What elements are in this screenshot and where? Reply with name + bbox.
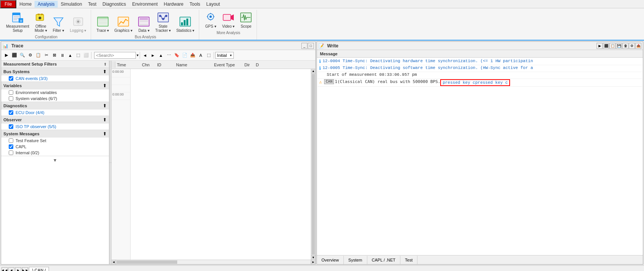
ecu-door-checkbox[interactable] xyxy=(9,110,13,115)
menu-diagnostics[interactable]: Diagnostics xyxy=(99,1,129,8)
ribbon-btn-measurement-setup[interactable]: ⚙ MeasurementSetup xyxy=(4,10,31,34)
diagnostics-header[interactable]: Diagnostics ⬆ xyxy=(1,102,109,110)
nav-prev-btn[interactable]: ◄ xyxy=(8,267,14,271)
env-vars-label[interactable]: Environment variables xyxy=(16,90,57,95)
write-tab-system[interactable]: System xyxy=(344,255,367,264)
ribbon-btn-graphics[interactable]: Graphics xyxy=(112,14,135,34)
hscroll-thumb[interactable] xyxy=(117,260,177,264)
tb-nav-more[interactable]: ⋯ xyxy=(165,52,173,59)
write-save-btn[interactable]: 💾 xyxy=(616,43,622,49)
ribbon-btn-logging[interactable]: Logging xyxy=(68,14,88,34)
menu-environment[interactable]: Environment xyxy=(129,1,161,8)
nav-first-btn[interactable]: ◄◄ xyxy=(2,267,8,271)
tb-nav-back[interactable]: ◄ xyxy=(141,52,149,59)
tb-export[interactable]: 📤 xyxy=(189,52,197,59)
tb-btn-4[interactable]: ⚙ xyxy=(27,52,34,59)
svg-point-29 xyxy=(162,18,164,20)
write-export-btn[interactable]: 📤 xyxy=(635,43,641,49)
write-clear-btn[interactable]: 🗑 xyxy=(622,43,628,49)
tb-btn-11[interactable]: ⬜ xyxy=(82,52,90,59)
svg-rect-20 xyxy=(98,17,108,19)
ribbon-btn-state-tracker[interactable]: StateTracker xyxy=(153,10,173,34)
menu-hardware[interactable]: Hardware xyxy=(161,1,187,8)
trace-search-input[interactable] xyxy=(94,52,136,59)
ribbon-btn-scope[interactable]: Scope xyxy=(238,10,254,30)
vscroll-down-btn[interactable]: ▼ xyxy=(311,255,315,260)
menu-test[interactable]: Test xyxy=(85,1,99,8)
iso-tp-label[interactable]: ISO TP observer (5/5) xyxy=(16,124,56,129)
menu-tools[interactable]: Tools xyxy=(187,1,203,8)
sidebar-scroll-down[interactable]: ▼ xyxy=(1,156,109,164)
initial-dropdown[interactable]: Initial xyxy=(215,52,234,59)
write-settings-btn[interactable]: ⚙ xyxy=(629,43,635,49)
file-menu-button[interactable]: File xyxy=(0,0,16,8)
observer-header[interactable]: Observer ⬆ xyxy=(1,116,109,124)
bus-systems-header[interactable]: Bus Systems ⬆ xyxy=(1,68,109,75)
ribbon-btn-trace[interactable]: Trace xyxy=(94,14,111,34)
ribbon-btn-offline-mode[interactable]: ◉ OfflineMode xyxy=(32,10,49,34)
iso-tp-checkbox[interactable] xyxy=(9,124,13,129)
ecu-door-label[interactable]: ECU Door (4/4) xyxy=(16,110,44,115)
capl-checkbox[interactable] xyxy=(9,144,13,149)
sidebar-header[interactable]: Measurement Setup Filters ⬆ xyxy=(1,61,109,68)
ribbon-btn-statistics[interactable]: Statistics xyxy=(174,14,197,34)
write-stop-btn[interactable]: ⬛ xyxy=(603,43,609,49)
ribbon-btn-filter[interactable]: Filter xyxy=(50,14,67,34)
trace-maximize-button[interactable]: □ xyxy=(308,43,314,49)
write-tab-overview[interactable]: Overview xyxy=(317,255,344,264)
tb-btn-2[interactable]: ⬛ xyxy=(11,52,18,59)
test-feature-set-checkbox[interactable] xyxy=(9,138,13,143)
tb-nav-forward[interactable]: ► xyxy=(149,52,157,59)
tb-btn-5[interactable]: 📋 xyxy=(35,52,42,59)
tb-btn-9[interactable]: ▲ xyxy=(66,52,74,59)
vscroll-up-btn[interactable]: ▲ xyxy=(311,69,315,74)
internal-label[interactable]: Internal (0/2) xyxy=(16,150,39,155)
menu-simulation[interactable]: Simulation xyxy=(58,1,85,8)
offline-mode-icon: ◉ xyxy=(35,11,47,23)
tb-col[interactable]: ⬚ xyxy=(205,52,213,59)
write-play-btn[interactable]: ▶ xyxy=(597,43,603,49)
ribbon-btn-data[interactable]: Data xyxy=(135,14,152,34)
list-item-msg1: ℹ 12-0004 Time-Sync: Deactivating hardwa… xyxy=(318,58,642,65)
tb-nav-up[interactable]: ▲ xyxy=(157,52,165,59)
hscroll-right-btn[interactable]: ► xyxy=(311,260,315,264)
time-mark-3 xyxy=(112,85,130,92)
test-feature-set-label[interactable]: Test Feature Set xyxy=(16,138,46,143)
trace-minimize-button[interactable]: _ xyxy=(301,43,307,49)
nav-next-btn[interactable]: ► xyxy=(15,267,21,271)
tb-btn-6[interactable]: ✂ xyxy=(43,52,50,59)
search-dropdown-btn[interactable]: ▾ xyxy=(137,53,139,57)
bottom-tab-can[interactable]: \ CAN / xyxy=(29,267,49,271)
sys-vars-label[interactable]: System variables (6/7) xyxy=(16,96,57,101)
ribbon-btn-gps[interactable]: GPS xyxy=(202,10,219,30)
tb-copy[interactable]: 📄 xyxy=(181,52,189,59)
sys-vars-checkbox[interactable] xyxy=(9,96,13,101)
tb-btn-1[interactable]: ▶ xyxy=(3,52,10,59)
tb-btn-3[interactable]: 🔍 xyxy=(19,52,26,59)
ribbon-btn-video[interactable]: Video xyxy=(220,10,237,30)
can-events-checkbox[interactable] xyxy=(9,76,13,81)
menu-analysis[interactable]: Analysis xyxy=(35,1,58,8)
variables-header[interactable]: Variables ⬆ xyxy=(1,82,109,89)
tb-btn-8[interactable]: ⏸ xyxy=(58,52,66,59)
write-tab-capl-net[interactable]: CAPL / .NET xyxy=(367,255,401,264)
capl-label[interactable]: CAPL xyxy=(16,144,27,149)
nav-last-btn[interactable]: ►► xyxy=(22,267,28,271)
vscroll-thumb[interactable] xyxy=(312,74,315,255)
can-events-label[interactable]: CAN events (3/3) xyxy=(16,76,47,81)
env-vars-checkbox[interactable] xyxy=(9,90,13,95)
tb-btn-10[interactable]: ⬚ xyxy=(74,52,82,59)
menu-layout[interactable]: Layout xyxy=(203,1,223,8)
trace-hscrollbar[interactable]: ◄ ► xyxy=(112,260,315,264)
write-tab-test[interactable]: Test xyxy=(400,255,417,264)
system-messages-header[interactable]: System Messages ⬆ xyxy=(1,130,109,138)
write-copy-btn[interactable]: 📋 xyxy=(609,43,616,49)
internal-checkbox[interactable] xyxy=(9,150,13,155)
trace-vscrollbar[interactable]: ▲ ▼ xyxy=(311,69,315,260)
menu-home[interactable]: Home xyxy=(16,1,35,8)
tb-btn-7[interactable]: ⊠ xyxy=(50,52,58,59)
hscroll-left-btn[interactable]: ◄ xyxy=(112,260,116,264)
tb-font[interactable]: A xyxy=(197,52,205,59)
trace-rows-area[interactable] xyxy=(131,69,311,260)
tb-bookmark[interactable]: 🔖 xyxy=(173,52,181,59)
